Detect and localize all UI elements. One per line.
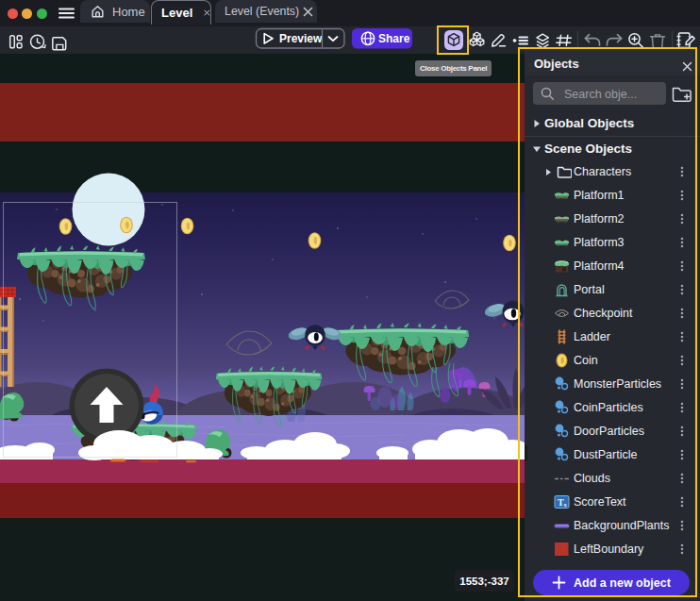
svg-text:Share: Share — [378, 32, 410, 45]
svg-text:Preview: Preview — [279, 32, 323, 45]
